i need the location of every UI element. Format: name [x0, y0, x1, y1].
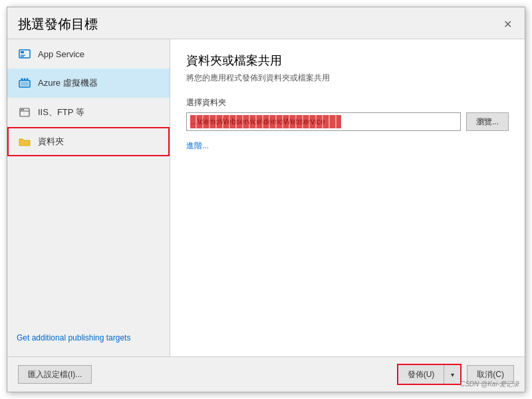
chevron-down-icon: ▾ [451, 371, 454, 378]
sidebar-item-app-service-label: App Service [38, 49, 84, 59]
title-bar: 挑選發佈目標 ✕ [7, 7, 525, 39]
sidebar-items: App Service Azure 虛擬機器 [7, 39, 170, 325]
panel-title: 資料夾或檔案共用 [186, 53, 509, 68]
svg-rect-5 [21, 82, 29, 86]
dialog: 挑選發佈目標 ✕ App Service [7, 7, 525, 392]
sidebar: App Service Azure 虛擬機器 [7, 39, 170, 356]
iis-ftp-icon [18, 106, 31, 119]
folder-input-wrapper [186, 112, 461, 131]
publish-button[interactable]: 發佈(U) [398, 365, 445, 384]
sidebar-item-app-service[interactable]: App Service [7, 39, 170, 68]
azure-vm-icon [18, 76, 31, 90]
panel-subtitle: 將您的應用程式發佈到資料夾或檔案共用 [186, 72, 509, 84]
footer: 匯入設定檔(I)... 發佈(U) ▾ 取消(C) [7, 356, 525, 392]
sidebar-item-iis-ftp-label: IIS、FTP 等 [38, 106, 84, 118]
main-content: App Service Azure 虛擬機器 [7, 39, 525, 356]
close-button[interactable]: ✕ [501, 18, 514, 31]
sidebar-item-iis-ftp[interactable]: IIS、FTP 等 [7, 98, 170, 127]
redact-overlay [190, 115, 341, 128]
sidebar-item-folder-label: 資料夾 [38, 136, 64, 148]
browse-button[interactable]: 瀏覽... [466, 112, 509, 131]
watermark: CSDN @Kai-爱记录 [460, 380, 519, 389]
folder-label: 選擇資料夾 [186, 97, 509, 108]
publish-group: 發佈(U) ▾ [397, 364, 462, 385]
sidebar-bottom: Get additional publishing targets [7, 325, 170, 356]
sidebar-item-azure-vm-label: Azure 虛擬機器 [38, 77, 98, 89]
svg-point-7 [24, 78, 26, 80]
folder-input-row: 瀏覽... [186, 112, 509, 131]
advanced-link[interactable]: 進階... [186, 140, 509, 152]
dialog-title: 挑選發佈目標 [18, 15, 98, 33]
get-additional-targets-link[interactable]: Get additional publishing targets [17, 333, 130, 342]
right-panel: 資料夾或檔案共用 將您的應用程式發佈到資料夾或檔案共用 選擇資料夾 瀏覽... … [170, 39, 525, 356]
import-settings-button[interactable]: 匯入設定檔(I)... [18, 365, 92, 384]
publish-dropdown-button[interactable]: ▾ [444, 365, 460, 384]
svg-rect-1 [21, 51, 24, 53]
svg-point-12 [23, 109, 24, 110]
svg-point-6 [21, 78, 23, 80]
sidebar-item-azure-vm[interactable]: Azure 虛擬機器 [7, 68, 170, 98]
svg-point-11 [21, 109, 23, 110]
sidebar-item-folder[interactable]: 資料夾 [7, 127, 170, 156]
app-service-icon [18, 47, 31, 61]
folder-icon [18, 135, 31, 148]
svg-point-8 [27, 78, 29, 80]
